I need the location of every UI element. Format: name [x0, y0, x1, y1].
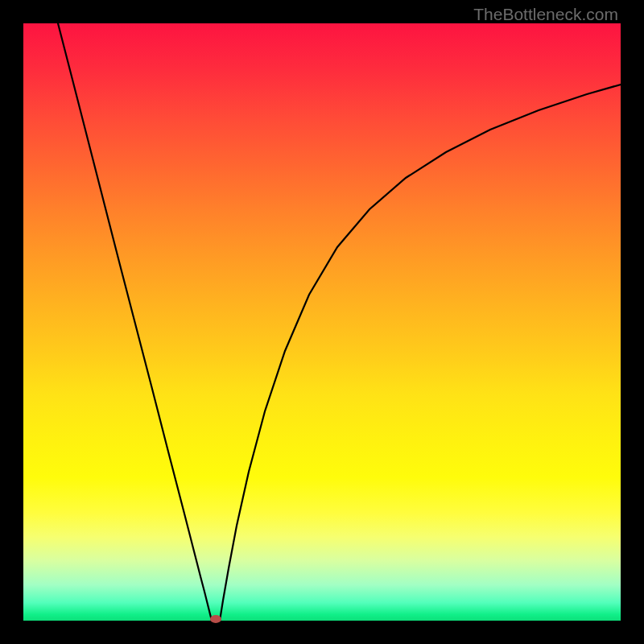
plot-area: [23, 23, 621, 621]
chart-container: TheBottleneck.com: [0, 0, 644, 644]
minimum-marker: [210, 615, 221, 623]
curve-svg: [23, 23, 621, 621]
curve-left-branch: [58, 23, 212, 621]
curve-right-branch: [220, 85, 621, 621]
watermark-text: TheBottleneck.com: [473, 5, 618, 24]
